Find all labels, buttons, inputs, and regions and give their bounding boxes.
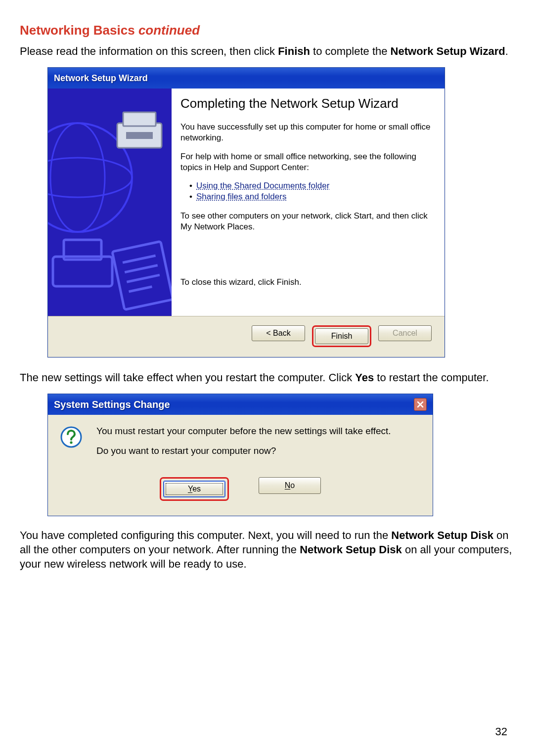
dialog-titlebar[interactable]: System Settings Change bbox=[48, 394, 433, 415]
no-button[interactable]: No bbox=[259, 477, 321, 494]
intro-paragraph: Please read the information on this scre… bbox=[20, 44, 514, 58]
completion-paragraph: You have completed configuring this comp… bbox=[20, 528, 514, 571]
dialog-text: You must restart your computer before th… bbox=[96, 426, 391, 465]
help-link-shared-docs[interactable]: Using the Shared Documents folder bbox=[196, 181, 329, 190]
wizard-close-tip: To close this wizard, click Finish. bbox=[180, 277, 431, 288]
wizard-titlebar[interactable]: Network Setup Wizard bbox=[48, 68, 445, 89]
network-setup-wizard-window: Network Setup Wizard bbox=[47, 67, 445, 357]
svg-point-15 bbox=[70, 441, 72, 444]
wizard-content: Completing the Network Setup Wizard You … bbox=[172, 89, 445, 316]
restart-paragraph: The new settings will take effect when y… bbox=[20, 370, 514, 385]
finish-button-highlight: Finish bbox=[312, 325, 371, 347]
wizard-title-text: Network Setup Wizard bbox=[54, 68, 148, 89]
wizard-footer: < Back Finish Cancel bbox=[48, 316, 445, 357]
heading-suffix: continued bbox=[138, 23, 200, 38]
help-link-sharing-files[interactable]: Sharing files and folders bbox=[196, 192, 286, 201]
section-heading: Networking Basics continued bbox=[20, 23, 514, 38]
wizard-p2: For help with home or small office netwo… bbox=[180, 151, 431, 173]
close-icon[interactable] bbox=[414, 398, 427, 411]
wizard-heading: Completing the Network Setup Wizard bbox=[180, 95, 431, 112]
yes-button[interactable]: Yes bbox=[163, 481, 225, 497]
finish-button[interactable]: Finish bbox=[315, 328, 368, 344]
dialog-line1: You must restart your computer before th… bbox=[96, 426, 391, 437]
yes-button-highlight: Yes bbox=[160, 477, 229, 501]
back-button[interactable]: < Back bbox=[252, 325, 305, 341]
dialog-title-text: System Settings Change bbox=[54, 394, 170, 415]
wizard-help-link-item: Sharing files and folders bbox=[189, 192, 431, 202]
page-number: 32 bbox=[495, 725, 507, 738]
wizard-p3: To see other computers on your network, … bbox=[180, 211, 431, 232]
question-icon bbox=[60, 426, 84, 465]
wizard-p1: You have successfully set up this comput… bbox=[180, 122, 431, 143]
cancel-button: Cancel bbox=[378, 325, 432, 341]
wizard-help-link-item: Using the Shared Documents folder bbox=[189, 181, 431, 191]
svg-rect-5 bbox=[123, 112, 156, 126]
system-settings-change-dialog: System Settings Change You must restart … bbox=[47, 394, 433, 516]
heading-main: Networking Basics bbox=[20, 23, 135, 38]
wizard-illustration bbox=[48, 89, 172, 316]
svg-rect-6 bbox=[126, 132, 153, 139]
dialog-line2: Do you want to restart your computer now… bbox=[96, 445, 391, 456]
